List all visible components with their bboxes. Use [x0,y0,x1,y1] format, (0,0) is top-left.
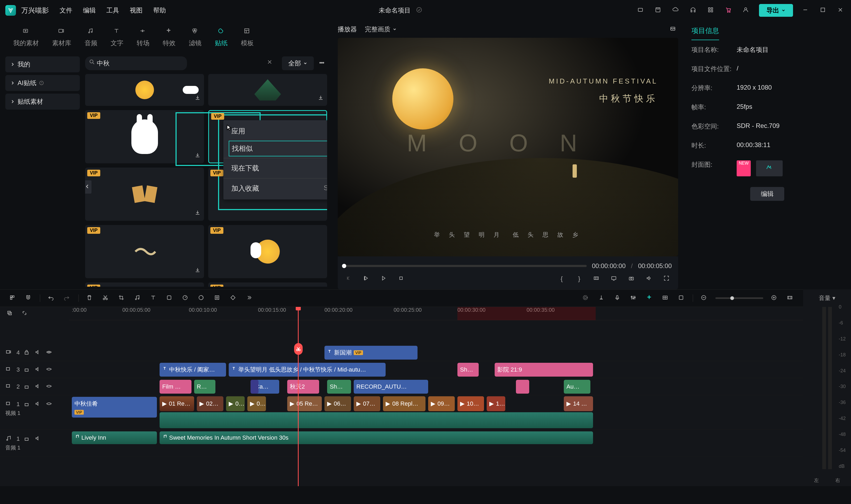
track-2[interactable]: Film … R… Ca… 秋天2 Sh… RECORD_AUTU… Au… [69,378,803,395]
nav-left-button[interactable] [85,180,91,194]
tab-stickers[interactable]: 贴纸 [215,26,228,47]
ctx-favorite[interactable]: 加入收藏Shift+F [223,180,327,197]
tb-delete-icon[interactable] [85,293,95,303]
clip[interactable]: ▶ 05 Re… [287,396,322,411]
tb-grid-icon[interactable] [661,293,670,303]
apps-icon[interactable] [706,5,716,15]
more-icon[interactable] [318,58,327,68]
tb-mic-icon[interactable] [613,293,622,303]
track-header-4[interactable]: 4 [0,344,69,361]
tb-copy-icon[interactable] [5,309,15,318]
clip[interactable]: ▶ 0… [247,396,266,411]
menu-tools[interactable]: 工具 [106,6,119,15]
playhead[interactable] [298,307,298,486]
clip[interactable]: 影院 21:9 [495,363,593,377]
ctx-find-similar[interactable]: 找相似 [229,141,327,156]
cut-handle[interactable] [294,343,303,355]
mute-icon[interactable] [35,366,42,373]
tab-stock[interactable]: 素材库 [52,26,71,47]
tb-marker-icon[interactable] [597,293,606,303]
asset-card[interactable]: VIP [208,283,327,287]
minimize-button[interactable] [801,5,811,15]
quality-select[interactable]: 完整画质 [365,25,397,34]
track-header-2[interactable]: 2 [0,378,69,395]
scrubber[interactable] [344,265,587,267]
tab-templates[interactable]: 模板 [241,26,254,47]
sidebar-item-material[interactable]: 贴纸素材 [5,94,80,110]
play-button[interactable] [362,274,371,284]
track-header-3[interactable]: 3 [0,361,69,378]
cart-icon[interactable] [724,5,734,15]
clip-audio[interactable] [160,412,593,428]
filter-button[interactable]: 全部 [282,56,314,70]
clip[interactable]: ▶ 14 … [564,396,593,411]
maximize-button[interactable] [818,5,828,15]
tab-text[interactable]: 文字 [111,26,123,47]
mute-icon[interactable] [35,435,42,443]
lock-icon[interactable] [23,349,31,356]
zoom-fit-icon[interactable] [785,293,795,303]
mute-icon[interactable] [35,349,42,356]
clip[interactable]: ▶ 01 Re… [160,396,194,411]
volume-icon[interactable] [645,274,654,284]
camera-icon[interactable] [627,274,637,284]
tab-effects[interactable]: 特效 [163,26,176,47]
tb-auto-icon[interactable] [581,293,591,303]
tb-detect-icon[interactable] [213,293,222,303]
menu-file[interactable]: 文件 [59,6,72,15]
eye-icon[interactable] [46,400,53,408]
close-button[interactable] [836,5,846,15]
fullscreen-icon[interactable] [662,274,672,284]
clip[interactable]: 举头望明月 低头思故乡 / 中秋节快乐 / Mid-autu… [229,363,386,377]
eye-icon[interactable] [46,383,53,391]
meter-label[interactable]: 音量 ▾ [806,292,848,304]
asset-card[interactable]: VIP [85,167,204,221]
search-input[interactable] [85,56,187,70]
clip[interactable]: RECORD_AUTU… [354,380,428,394]
asset-card[interactable] [208,74,327,106]
tb-mixer-icon[interactable] [629,293,638,303]
clip[interactable]: ▶ 0… [226,396,245,411]
display-icon[interactable] [610,274,619,284]
clip[interactable]: Sweet Memories In Autumn Short Version 3… [160,431,593,444]
clip[interactable]: R… [194,380,215,394]
mark-in-button[interactable]: { [557,274,566,284]
clip[interactable]: Sh… [457,363,479,377]
tb-crop-icon[interactable] [117,293,127,303]
track-header-audio1[interactable]: 1 音频 1 [0,430,69,456]
clip[interactable]: 新国潮VIP [324,346,418,360]
edit-button[interactable]: 编辑 [750,187,784,201]
prev-frame-button[interactable] [344,274,354,284]
asset-card[interactable]: VIP [85,225,204,278]
user-icon[interactable] [741,5,751,15]
tab-filters[interactable]: 滤镜 [189,26,202,47]
tb-keyframe-icon[interactable] [229,293,238,303]
lock-icon[interactable] [23,383,31,391]
zoom-handle[interactable] [730,296,734,300]
clip[interactable]: ▶ 09… [428,396,455,411]
clip[interactable]: ▶ 08 Repl… [383,396,426,411]
stop-button[interactable] [397,274,406,284]
track-audio1[interactable]: Lively Inn Sweet Memories In Autumn Shor… [69,430,803,456]
clip[interactable]: ▶ 06… [324,396,351,411]
cloud-icon[interactable] [671,5,681,15]
track-video1[interactable]: 中秋佳肴VIP ▶ 01 Re… ▶ 02… ▶ 0… ▶ 0… ▶ 05 Re… [69,395,803,430]
tb-text-icon[interactable] [149,293,159,303]
track-3[interactable]: 中秋快乐 / 阖家… 举头望明月 低头思故乡 / 中秋节快乐 / Mid-aut… [69,361,803,378]
clip[interactable] [516,380,529,394]
tb-ai-icon[interactable] [645,293,654,303]
tab-my-media[interactable]: 我的素材 [13,26,39,47]
clear-search-icon[interactable] [267,59,274,68]
snapshot-icon[interactable] [669,24,678,34]
mark-out-button[interactable]: } [575,274,584,284]
tb-color-icon[interactable] [197,293,206,303]
lock-icon[interactable] [23,400,31,408]
tb-magnet-icon[interactable] [24,293,34,303]
save-icon[interactable] [654,5,663,15]
tb-speed-icon[interactable] [181,293,191,303]
eye-icon[interactable] [46,366,53,373]
lock-icon[interactable] [23,366,31,373]
lock-icon[interactable] [23,435,31,443]
clip[interactable]: Lively Inn [72,431,157,444]
tb-redo-icon[interactable] [62,293,72,303]
